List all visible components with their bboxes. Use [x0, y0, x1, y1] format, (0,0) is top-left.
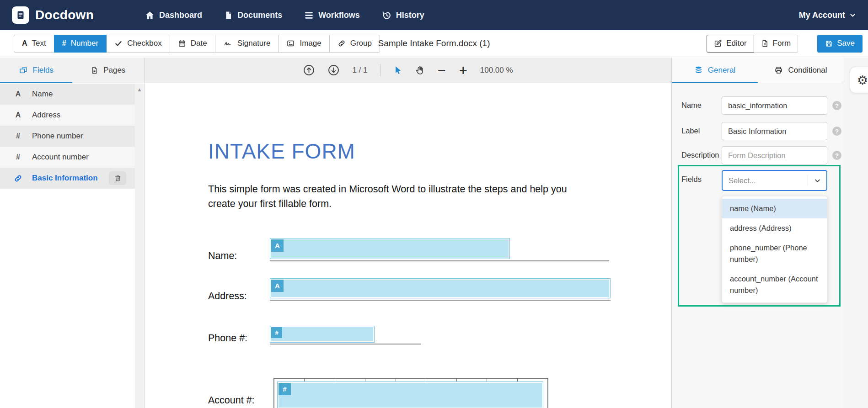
address-field-line [270, 300, 611, 301]
save-button[interactable]: Save [817, 35, 863, 53]
field-type-text-button[interactable]: A Text [14, 35, 54, 53]
pan-tool-button[interactable] [415, 65, 425, 75]
conditional-icon [774, 66, 783, 74]
account-number-table: # [273, 378, 548, 408]
number-field-tag-icon: # [279, 383, 291, 395]
field-type-date-label: Date [191, 39, 207, 48]
field-type-number-button[interactable]: # Number [54, 35, 107, 53]
page-indicator: 1 / 1 [352, 66, 367, 75]
fields-dropdown-menu: name (Name) address (Address) phone_numb… [722, 196, 827, 303]
right-strip: ⚙ [844, 58, 868, 408]
field-list-item-account-number[interactable]: # Account number [0, 147, 135, 168]
text-field-tag-icon: A [271, 239, 284, 252]
select-tool-button[interactable] [393, 65, 402, 75]
home-icon [145, 11, 155, 20]
field-type-text-label: Text [32, 39, 46, 48]
zoom-in-button[interactable]: + [459, 65, 468, 76]
description-help-icon[interactable]: ? [832, 151, 841, 160]
field-type-checkbox-label: Checkbox [127, 39, 162, 48]
field-list-item-name[interactable]: A Name [0, 84, 135, 105]
tab-conditional-label: Conditional [788, 66, 827, 75]
field-list-item-basic-information[interactable]: Basic Information [0, 168, 135, 189]
field-list-item-label: Name [32, 90, 53, 99]
account-field-label: Account #: [208, 395, 255, 406]
document-intro: This simple form was created in Microsof… [208, 182, 567, 211]
fields-sidebar: Fields Pages A Name A Address # P [0, 58, 145, 408]
brand-name: Docdown [35, 8, 94, 22]
nav-documents-label: Documents [237, 11, 282, 20]
number-field-icon: # [62, 39, 66, 48]
nav-history-label: History [396, 11, 424, 20]
tab-pages[interactable]: Pages [72, 58, 145, 83]
nav-dashboard[interactable]: Dashboard [145, 11, 202, 20]
canvas-toolbar: 1 / 1 − + 100.00 % [145, 58, 671, 83]
label-help-icon[interactable]: ? [832, 127, 841, 136]
nav-dashboard-label: Dashboard [159, 11, 202, 20]
nav-workflows[interactable]: Workflows [304, 11, 360, 20]
delete-field-button[interactable] [109, 171, 126, 185]
minus-icon: − [437, 65, 446, 76]
app-root: Docdown Dashboard Documents Workflows Hi… [0, 0, 868, 408]
page-up-button[interactable] [303, 64, 315, 76]
label-property-input[interactable] [722, 122, 827, 140]
phone-field-overlay[interactable]: # [270, 326, 375, 343]
field-list: A Name A Address # Phone number # Accoun… [0, 84, 135, 189]
field-type-date-button[interactable]: Date [170, 35, 215, 53]
tab-fields-label: Fields [33, 66, 54, 75]
field-list-item-phone-number[interactable]: # Phone number [0, 126, 135, 147]
field-type-checkbox-button[interactable]: Checkbox [106, 35, 170, 53]
settings-button[interactable]: ⚙ [850, 67, 868, 93]
tab-fields[interactable]: Fields [0, 58, 72, 83]
fields-select[interactable]: Select... [722, 170, 827, 191]
dropdown-option-phone-number[interactable]: phone_number (Phone number) [722, 238, 827, 269]
field-type-image-label: Image [300, 39, 321, 48]
name-field-label: Name: [208, 250, 237, 262]
dropdown-option-name[interactable]: name (Name) [722, 199, 827, 218]
name-field-overlay[interactable]: A [270, 238, 510, 259]
tab-conditional[interactable]: Conditional [758, 58, 844, 83]
hand-icon [415, 65, 425, 75]
nav-history[interactable]: History [382, 11, 424, 20]
name-help-icon[interactable]: ? [832, 101, 841, 110]
tab-general[interactable]: General [672, 58, 758, 83]
dropdown-option-address[interactable]: address (Address) [722, 218, 827, 238]
label-property-label: Label [681, 127, 700, 135]
page-down-button[interactable] [327, 64, 340, 76]
field-list-item-label: Address [32, 111, 60, 120]
field-type-image-button[interactable]: Image [278, 35, 329, 53]
chevron-down-icon[interactable] [808, 177, 826, 185]
account-field-overlay[interactable]: # [277, 382, 543, 408]
editor-view-button[interactable]: Editor [707, 35, 754, 53]
sidebar-scrollbar[interactable]: ▲ [135, 84, 144, 408]
intro-line-1: This simple form was created in Microsof… [208, 184, 567, 195]
edit-pencil-icon [714, 39, 722, 48]
zoom-out-button[interactable]: − [437, 65, 446, 76]
panel-body: Name ? Label ? Description ? Fields Sele… [672, 84, 844, 408]
number-field-icon: # [14, 132, 22, 140]
document-canvas: 1 / 1 − + 100.00 % INTAKE FORM [145, 58, 671, 408]
account-menu[interactable]: My Account [799, 11, 856, 20]
field-type-signature-button[interactable]: Signature [215, 35, 279, 53]
document-page: INTAKE FORM This simple form was created… [145, 83, 671, 408]
nav-documents[interactable]: Documents [224, 11, 282, 20]
address-field-label: Address: [208, 291, 247, 302]
scroll-up-icon[interactable]: ▲ [135, 87, 144, 92]
nav-workflows-label: Workflows [318, 11, 360, 20]
form-view-button[interactable]: Form [754, 35, 798, 53]
field-type-group: A Text # Number Checkbox Date Signature [14, 35, 380, 53]
link-icon [14, 174, 22, 183]
name-property-input[interactable] [722, 96, 827, 115]
field-list-item-label: Account number [32, 153, 89, 162]
dropdown-option-account-number[interactable]: account_number (Account number) [722, 269, 827, 300]
brand[interactable]: Docdown [12, 6, 94, 24]
field-type-group-button[interactable]: Group [329, 35, 380, 53]
circle-arrow-up-icon [303, 64, 315, 76]
description-property-input[interactable] [722, 146, 827, 164]
field-list-item-address[interactable]: A Address [0, 105, 135, 126]
document-heading: INTAKE FORM [208, 139, 355, 164]
address-field-overlay[interactable]: A [270, 278, 611, 298]
description-property-label: Description [681, 151, 719, 159]
link-icon [338, 39, 346, 48]
signature-icon [223, 39, 233, 48]
intro-line-2: create your first fillable form. [208, 198, 332, 209]
